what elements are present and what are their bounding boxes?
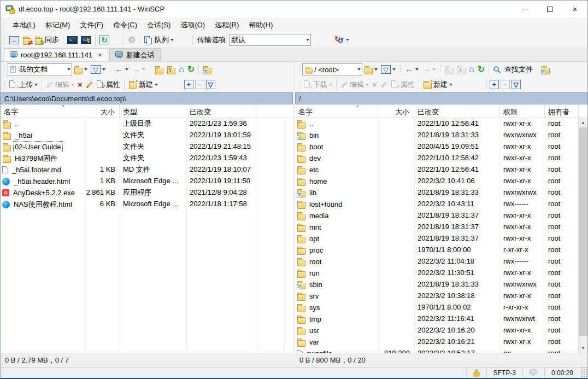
remote-parent-directory-button[interactable]: ↑ [443,63,455,76]
open-console-button[interactable]: >↯ [79,33,93,46]
remote-filter-button[interactable]: ▽ [379,63,397,76]
transfer-settings-combo[interactable]: 默认 [229,34,311,46]
remote-home-button[interactable]: ⌂ [467,63,476,76]
menu-item[interactable]: 标记(M) [40,18,75,32]
file-row[interactable]: proc1970/1/1 8:00:00r-xr-xr-xroot [295,244,587,256]
menu-item[interactable]: 选项(O) [175,18,210,32]
column-header[interactable]: 已改变 [414,104,500,118]
remote-new-button[interactable]: * 新建 [421,78,454,91]
queue-button[interactable]: 队列 [143,33,175,46]
file-row[interactable]: _h5ai.header.html1 KBMicrosoft Edge ...2… [1,176,293,187]
file-row[interactable]: Hi3798M固件文件夹2022/1/23 1:59:43 [1,153,293,164]
file-row[interactable]: tmp2022/3/2 11:16:41rwxrwxrwtroot [295,313,587,325]
local-drive-combo[interactable]: 我的文档 [8,63,72,75]
toolbar-grip[interactable] [3,80,6,90]
file-row[interactable]: root2022/3/2 11:04:18rwx------root [295,256,587,267]
column-header[interactable]: 大小 [85,104,120,118]
remote-refresh-button[interactable]: ↻ [476,63,486,76]
resize-grip[interactable] [580,368,587,378]
column-header[interactable]: 已改变 [186,104,257,118]
file-row[interactable]: ↑..上级目录2022/1/23 1:59:36 [1,118,293,130]
refresh-session-button[interactable]: ↻ [98,33,111,46]
file-row[interactable]: srv2022/3/2 10:38:18rwxr-xr-xroot [295,290,587,302]
local-edit-button[interactable]: 编辑 [44,78,76,91]
file-row[interactable]: ↗lib2021/8/19 18:31:33rwxrwxrwxroot [295,187,587,199]
transfer-mode-button[interactable]: ↻↺ [333,33,351,46]
file-row[interactable]: opt2021/8/19 18:31:37rwxr-xr-xroot [295,233,587,244]
local-follow-symlinks-button[interactable]: ↗ [201,63,213,76]
toolbar-grip[interactable] [399,65,402,74]
file-row[interactable]: lost+found2022/3/2 10:43:11rwx------root [295,199,587,210]
file-row[interactable]: usr2022/3/2 10:16:20rwxr-xr-xroot [295,325,587,336]
file-row[interactable]: etc2022/1/10 12:56:41rwxr-xr-xroot [295,164,587,176]
tab-close-icon[interactable]: × [98,51,102,59]
toolbar-grip[interactable] [191,35,194,45]
remote-selection-filter-button[interactable]: ▽ [511,80,521,89]
local-select-remove-button[interactable]: − [195,80,204,89]
local-parent-directory-button[interactable]: ↑ [153,63,165,76]
column-header[interactable]: 类型 [120,104,186,118]
toolbar-grip[interactable] [121,35,124,45]
file-row[interactable]: ↑..2022/1/10 12:56:41rwxr-xr-xroot [295,118,587,130]
remote-back-button[interactable]: ← [403,63,420,76]
file-row[interactable]: dev2022/1/10 12:56:42rwxr-xr-xroot [295,153,587,164]
local-select-add-button[interactable]: + [184,80,193,89]
column-header[interactable]: 名字 [1,104,85,118]
column-header[interactable]: 拥有者 [545,104,579,118]
tab-new-session[interactable]: 新建会话 [109,48,161,61]
toolbar-grip[interactable] [3,65,6,74]
menu-item[interactable]: 远程(R) [210,18,244,32]
file-row[interactable]: boot2020/4/15 19:09:51rwxr-xr-xroot [295,141,587,153]
remote-rename-button[interactable] [379,78,390,91]
toolbar-grip[interactable] [3,20,6,30]
menu-item[interactable]: 本地(L) [8,18,40,32]
remote-select-remove-button[interactable]: − [501,80,510,89]
file-row[interactable]: media2021/8/19 18:31:37rwxr-xr-xroot [295,210,587,221]
local-open-directory-button[interactable] [72,63,89,76]
file-row[interactable]: mnt2021/8/19 18:31:37rwxr-xr-xroot [295,221,587,233]
find-files-button[interactable]: 查找文件 [491,63,534,76]
toolbar-grip[interactable] [109,65,111,74]
column-header[interactable]: 权限 [500,104,545,118]
protocol-indicator[interactable]: SFTP-3 [486,368,522,378]
local-new-button[interactable]: * 新建 [127,78,160,91]
local-rename-button[interactable]: x [84,78,95,91]
remote-open-directory-button[interactable] [362,63,379,76]
remote-edit-button[interactable]: 编辑 [339,78,371,91]
toolbar-grip[interactable] [3,35,6,45]
scrollbar-thumb[interactable] [579,127,587,336]
toolbar-grip[interactable] [149,65,151,74]
file-row[interactable]: NAS使用教程.html6 KBMicrosoft Edge ...2022/1… [1,199,293,210]
compare-directories-button[interactable]: ↔ [8,33,21,46]
column-header[interactable]: 名字 [295,104,378,118]
file-row[interactable]: home2022/3/2 10:41:06rwxr-xr-xroot [295,176,587,187]
local-properties-button[interactable]: ✓ 属性 [95,78,122,91]
remote-path-bar[interactable]: / [295,92,587,104]
local-delete-button[interactable]: × [76,78,84,91]
toolbar-grip[interactable] [439,65,442,74]
download-button[interactable]: ↓ 下载 [302,78,334,91]
local-filter-button[interactable]: ▽ [89,63,107,76]
column-header[interactable]: 大小 [378,104,414,118]
file-row[interactable]: var2022/3/2 10:16:21rwxr-xr-xroot [295,336,587,348]
file-row[interactable]: 02-User Guide文件夹2022/1/19 21:48:15 [1,141,293,153]
local-selection-filter-button[interactable]: ▽ [206,80,215,89]
file-row[interactable]: run2022/3/2 11:30:51rwxr-xr-xroot [295,267,587,279]
scroll-down-button[interactable]: ▼ [579,343,587,353]
file-row[interactable]: _h5ai.footer.md1 KBMD 文件2022/1/19 18:10:… [1,164,293,176]
synchronize-button[interactable]: ↻ 同步 [33,33,61,46]
open-terminal-button[interactable]: > [66,33,79,46]
file-row[interactable]: sys1970/1/1 8:00:02r-xr-xr-xroot [295,302,587,313]
remote-drive-combo[interactable]: / <root> [302,63,362,75]
scroll-up-button[interactable]: ▲ [579,118,587,127]
maximize-button[interactable] [537,1,562,18]
preferences-button[interactable] [126,33,138,46]
toolbar-grip[interactable] [298,80,301,90]
local-path-bar[interactable]: C:\Users\ecoo\Documents\dl.ecoo.top\ [1,92,293,104]
remote-delete-button[interactable]: × [371,78,379,91]
file-row[interactable]: AnyDesk+5.2.2.exe2,861 KB应用程序2021/12/8 9… [1,187,293,199]
local-home-button[interactable]: ⌂ [177,63,186,76]
remote-root-directory-button[interactable]: / [455,63,467,76]
vertical-scrollbar[interactable]: ▲ ▼ [578,118,587,353]
close-button[interactable]: × [562,1,587,18]
